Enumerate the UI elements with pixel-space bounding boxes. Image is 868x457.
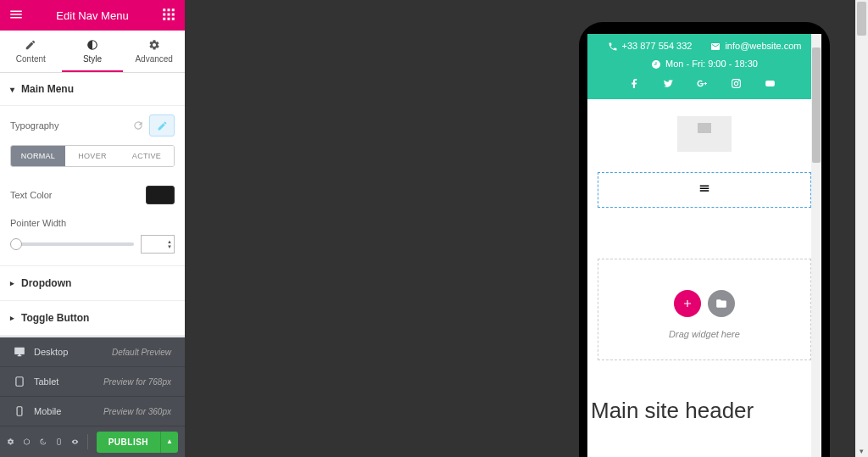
logo-area — [587, 99, 821, 167]
svg-rect-10 — [16, 377, 23, 387]
svg-rect-2 — [172, 8, 175, 11]
pointer-width-label: Pointer Width — [10, 218, 175, 228]
panel-tabs: Content Style Advanced — [0, 31, 185, 73]
responsive-devices: Desktop Default Preview Tablet Preview f… — [0, 337, 185, 426]
header-email: info@website.com — [710, 41, 801, 52]
page-header: Main site header — [591, 398, 821, 424]
svg-rect-0 — [163, 8, 165, 11]
state-hover[interactable]: HOVER — [65, 146, 120, 166]
svg-rect-6 — [163, 17, 165, 20]
svg-rect-5 — [172, 13, 175, 15]
sidebar-footer: PUBLISH ▲ — [0, 426, 185, 457]
tab-style[interactable]: Style — [62, 31, 124, 72]
youtube-icon[interactable] — [765, 78, 776, 89]
divider — [87, 434, 88, 449]
history-icon[interactable] — [39, 436, 47, 448]
outer-scroll-thumb[interactable] — [857, 2, 866, 36]
mobile-icon — [14, 405, 25, 417]
svg-point-14 — [734, 82, 737, 86]
svg-rect-4 — [168, 13, 170, 15]
editor-canvas: +33 877 554 332 info@website.com Mon - F… — [185, 0, 868, 457]
preview-icon[interactable] — [71, 436, 79, 448]
text-color-swatch[interactable] — [146, 186, 175, 204]
device-desktop[interactable]: Desktop Default Preview — [0, 337, 185, 367]
template-button[interactable] — [708, 290, 735, 317]
svg-rect-3 — [163, 13, 165, 15]
pointer-width-row: Pointer Width ▲▼ — [0, 213, 185, 265]
svg-rect-7 — [168, 17, 170, 20]
style-panel: ▾Main Menu Typography NORMAL HOVER ACTIV… — [0, 73, 185, 336]
svg-point-15 — [738, 81, 739, 81]
stepper-down-icon[interactable]: ▼ — [167, 244, 172, 249]
top-bar: +33 877 554 332 info@website.com Mon - F… — [587, 34, 821, 99]
caret-right-icon: ▸ — [10, 279, 14, 287]
state-active[interactable]: ACTIVE — [120, 146, 174, 166]
editor-sidebar: Edit Nav Menu Content Style Advanced ▾Ma… — [0, 0, 185, 457]
caret-right-icon: ▸ — [10, 314, 14, 322]
header-title: Edit Nav Menu — [24, 9, 161, 22]
desktop-icon — [14, 346, 25, 358]
pointer-width-slider[interactable] — [10, 242, 134, 246]
text-color-label: Text Color — [10, 190, 53, 200]
drop-zone-text: Drag widget here — [598, 329, 810, 339]
publish-button[interactable]: PUBLISH — [97, 432, 160, 453]
device-mobile[interactable]: Mobile Preview for 360px — [0, 397, 185, 426]
section-dropdown[interactable]: ▸Dropdown — [0, 265, 185, 300]
instagram-icon[interactable] — [731, 78, 742, 89]
menu-icon[interactable] — [8, 7, 24, 25]
svg-rect-1 — [168, 8, 170, 11]
svg-rect-12 — [58, 439, 61, 445]
device-tablet[interactable]: Tablet Preview for 768px — [0, 367, 185, 397]
pointer-width-input[interactable]: ▲▼ — [141, 235, 175, 254]
mobile-screen: +33 877 554 332 info@website.com Mon - F… — [587, 34, 821, 457]
typography-edit-button[interactable] — [149, 114, 175, 137]
clock-icon — [651, 59, 661, 70]
typography-row: Typography — [0, 106, 185, 145]
svg-rect-11 — [17, 407, 22, 416]
logo-placeholder[interactable] — [677, 116, 732, 152]
text-color-row: Text Color — [0, 177, 185, 213]
slider-thumb[interactable] — [10, 238, 22, 250]
add-section-button[interactable] — [674, 290, 701, 317]
drop-zone[interactable]: Drag widget here — [598, 259, 811, 360]
svg-rect-8 — [172, 17, 175, 20]
sidebar-header: Edit Nav Menu — [0, 0, 185, 31]
menu-toggle-icon — [697, 182, 712, 194]
phone-scrollbar[interactable] — [811, 34, 821, 457]
social-icons — [593, 78, 816, 89]
header-hours: Mon - Fri: 9:00 - 18:30 — [593, 59, 816, 70]
folder-icon — [715, 298, 727, 309]
publish-dropdown[interactable]: ▲ — [160, 432, 178, 453]
google-plus-icon[interactable] — [697, 78, 708, 89]
email-icon — [710, 42, 721, 52]
state-normal[interactable]: NORMAL — [11, 146, 65, 166]
responsive-icon[interactable] — [55, 436, 63, 448]
typography-label: Typography — [10, 120, 58, 131]
header-phone: +33 877 554 332 — [608, 41, 693, 52]
facebook-icon[interactable] — [629, 78, 640, 89]
tab-advanced[interactable]: Advanced — [123, 31, 185, 72]
navigator-icon[interactable] — [23, 436, 31, 448]
reset-icon[interactable] — [132, 120, 144, 131]
settings-icon[interactable] — [7, 436, 14, 448]
caret-down-icon: ▾ — [10, 85, 14, 94]
tablet-icon — [14, 376, 25, 387]
widgets-icon[interactable] — [161, 7, 176, 25]
outer-scrollbar[interactable]: ▴ ▾ — [855, 0, 868, 457]
twitter-icon[interactable] — [663, 78, 674, 89]
section-main-menu[interactable]: ▾Main Menu — [0, 73, 185, 106]
plus-icon — [682, 298, 693, 309]
nav-menu-widget[interactable] — [598, 172, 811, 208]
mobile-frame: +33 877 554 332 info@website.com Mon - F… — [579, 22, 830, 457]
scroll-thumb[interactable] — [812, 47, 821, 163]
tab-content[interactable]: Content — [0, 31, 62, 72]
section-toggle-button[interactable]: ▸Toggle Button — [0, 300, 185, 336]
phone-icon — [608, 42, 618, 52]
scroll-down-icon[interactable]: ▾ — [855, 444, 868, 457]
state-tabs: NORMAL HOVER ACTIVE — [10, 145, 175, 167]
